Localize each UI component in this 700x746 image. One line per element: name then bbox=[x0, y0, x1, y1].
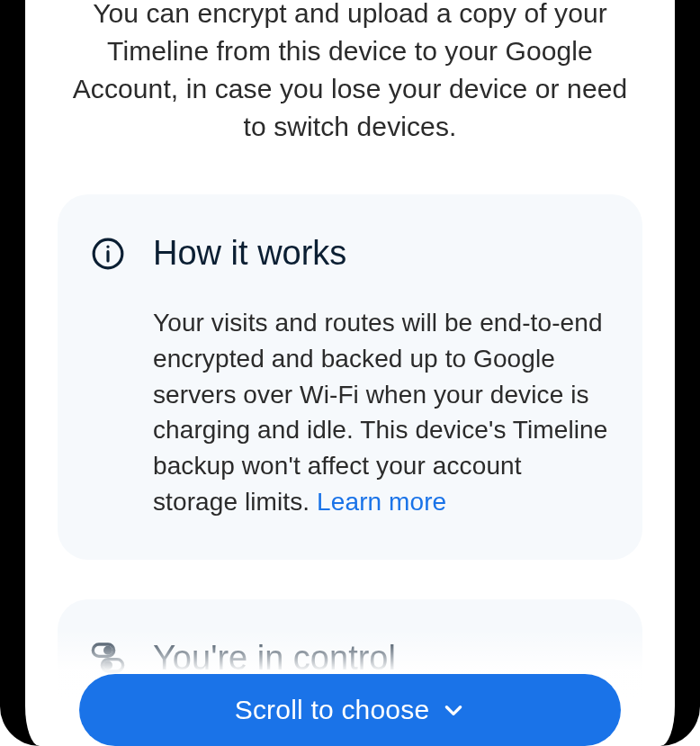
scroll-to-choose-label: Scroll to choose bbox=[235, 695, 430, 725]
chevron-down-icon bbox=[442, 698, 465, 722]
how-it-works-header: How it works bbox=[90, 234, 610, 273]
how-it-works-body-text: Your visits and routes will be end-to-en… bbox=[153, 309, 607, 516]
intro-text: You can encrypt and upload a copy of you… bbox=[61, 0, 639, 146]
how-it-works-card: How it works Your visits and routes will… bbox=[58, 194, 642, 560]
learn-more-link[interactable]: Learn more bbox=[317, 488, 446, 516]
info-icon bbox=[90, 236, 126, 272]
scroll-to-choose-button[interactable]: Scroll to choose bbox=[79, 674, 621, 746]
how-it-works-body: Your visits and routes will be end-to-en… bbox=[90, 305, 610, 520]
action-bar: Scroll to choose bbox=[50, 661, 650, 746]
how-it-works-title: How it works bbox=[153, 234, 346, 273]
device-frame: You can encrypt and upload a copy of you… bbox=[0, 0, 700, 746]
scroll-content: You can encrypt and upload a copy of you… bbox=[25, 0, 675, 746]
svg-point-4 bbox=[105, 647, 112, 653]
